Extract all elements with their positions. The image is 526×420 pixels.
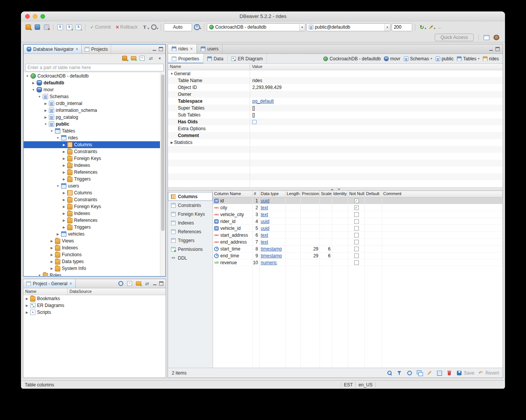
tree-item-tables[interactable]: ▼Tables — [24, 128, 160, 134]
column-header-datasource[interactable]: DataSource — [68, 288, 166, 295]
expand-arrow-icon[interactable]: ▶ — [62, 164, 66, 167]
breadcrumb-public[interactable]: public — [436, 56, 453, 61]
expand-arrow-icon[interactable]: ▶ — [62, 205, 66, 208]
property-row-table-name[interactable]: Table Namerides — [168, 77, 503, 84]
column-row-rider-id[interactable]: rider_id4uuid — [213, 218, 503, 225]
tree-item-defaultdb[interactable]: ▶defaultdb — [24, 79, 160, 86]
gear-icon[interactable] — [117, 279, 125, 288]
collapse-arrow-icon[interactable]: ▼ — [37, 274, 42, 276]
tab-project-general[interactable]: Project - General — [23, 279, 76, 288]
detail-tab-foreign-keys[interactable]: Foreign Keys — [168, 210, 213, 218]
zoom-window-button[interactable] — [40, 14, 45, 19]
has-oids-checkbox[interactable] — [252, 120, 257, 124]
tree-item-schemas[interactable]: ▼Schemas — [24, 93, 160, 100]
new-connection-icon[interactable] — [121, 54, 129, 62]
column-row-end-time[interactable]: end_time9timestamp296 — [213, 252, 503, 259]
data-type-link[interactable]: timestamp — [261, 246, 282, 252]
editor-tab-users[interactable]: users — [197, 44, 223, 53]
expand-arrow-icon[interactable]: ▶ — [62, 198, 66, 202]
column-header-precision[interactable]: Precision — [301, 191, 320, 197]
expand-arrow-icon[interactable]: ▶ — [25, 297, 29, 300]
tree-item-constraints[interactable]: ▶Constraints — [24, 148, 160, 155]
open-sql-script-icon[interactable] — [74, 23, 82, 31]
collapse-arrow-icon[interactable]: ▼ — [56, 136, 60, 140]
not-null-checkbox[interactable] — [354, 247, 359, 251]
tree-item-indexes[interactable]: ▶Indexes — [24, 210, 160, 217]
new-connection-folder-icon[interactable] — [129, 54, 137, 62]
edit-icon[interactable] — [426, 370, 433, 376]
column-row-id[interactable]: id1uuid — [213, 197, 503, 204]
property-row-sub-tables[interactable]: Sub Tables[] — [168, 111, 503, 118]
column-row-vehicle-id[interactable]: vehicle_id5uuid — [213, 225, 503, 232]
tree-item-data-types[interactable]: ▶Data types — [24, 258, 160, 265]
sash-up-icon[interactable] — [331, 189, 334, 190]
add-folder-icon[interactable] — [134, 279, 142, 288]
tree-item-indexes[interactable]: ▶Indexes — [24, 244, 160, 251]
column-header-length[interactable]: Length — [286, 191, 301, 197]
tree-item-vehicles[interactable]: ▶vehicles — [24, 231, 160, 237]
property-row-tablespace[interactable]: Tablespacepg_default — [168, 98, 503, 105]
expand-arrow-icon[interactable]: ▶ — [31, 81, 35, 85]
fetch-size-input[interactable] — [392, 23, 412, 31]
expand-arrow-icon[interactable]: ▶ — [25, 311, 29, 314]
tree-item-foreign-keys[interactable]: ▶Foreign Keys — [24, 203, 160, 210]
detail-tab-permissions[interactable]: Permissions — [168, 245, 213, 254]
tab-projects[interactable]: Projects — [82, 45, 111, 53]
combo-arrow-icon[interactable] — [384, 24, 390, 31]
data-type-link[interactable]: timestamp — [261, 253, 282, 258]
not-null-checkbox[interactable] — [354, 233, 359, 237]
tree-item-system-info[interactable]: ▶System Info — [24, 265, 160, 272]
tree-item-movr[interactable]: ▼movr — [24, 86, 160, 93]
detail-tab-columns[interactable]: Columns — [168, 192, 213, 201]
splitter[interactable] — [168, 187, 503, 191]
expand-arrow-icon[interactable]: ▶ — [62, 171, 66, 174]
tree-item-pg-catalog[interactable]: ▶pg_catalog — [24, 114, 160, 121]
sql-editor-icon[interactable] — [56, 23, 64, 31]
detail-tab-constraints[interactable]: Constraints — [168, 201, 213, 210]
transaction-log-dropdown[interactable] — [150, 23, 158, 31]
minimize-view-icon[interactable] — [152, 47, 157, 52]
panels-icon[interactable] — [416, 370, 423, 376]
dropdown-arrow-icon[interactable]: ▾ — [431, 57, 432, 60]
commit-button[interactable]: Commit — [88, 23, 113, 31]
table-search-input[interactable] — [25, 64, 164, 71]
quick-access-button[interactable]: Quick Access — [435, 34, 474, 41]
column-row-vehicle-city[interactable]: vehicle_city3text — [213, 211, 503, 218]
breadcrumb-schemas[interactable]: Schemas▾ — [404, 56, 432, 61]
tree-item-information-schema[interactable]: ▶information_schema — [24, 107, 160, 114]
expand-arrow-icon[interactable]: ▶ — [56, 233, 60, 236]
property-row-object-id[interactable]: Object ID2,293,998,429 — [168, 84, 503, 91]
revert-button[interactable]: Revert — [478, 370, 499, 376]
maximize-view-icon[interactable] — [158, 47, 164, 52]
tab-er-diagram[interactable]: ER Diagram — [228, 54, 267, 63]
tab-data[interactable]: Data — [203, 54, 228, 63]
expand-arrow-icon[interactable]: ▶ — [44, 116, 48, 119]
collapse-arrow-icon[interactable]: ▼ — [37, 95, 42, 99]
property-value-link[interactable]: pg_default — [252, 99, 274, 104]
expand-arrow-icon[interactable]: ▶ — [62, 157, 66, 160]
breadcrumb-movr[interactable]: movr — [384, 56, 400, 61]
expand-arrow-icon[interactable]: ▶ — [50, 253, 54, 257]
close-window-button[interactable] — [25, 14, 30, 19]
tree-item-indexes[interactable]: ▶Indexes — [24, 162, 160, 169]
combo-arrow-icon[interactable] — [299, 24, 305, 31]
collapse-arrow-icon[interactable]: ▼ — [31, 88, 35, 92]
sash-down-icon[interactable] — [337, 189, 340, 190]
tree-scrollbar[interactable] — [160, 73, 165, 276]
column-header-default[interactable]: Default — [365, 191, 382, 197]
view-menu-icon[interactable] — [156, 54, 164, 62]
property-group-row[interactable]: ▼General — [168, 70, 503, 77]
expand-arrow-icon[interactable]: ▶ — [25, 304, 29, 307]
column-header-column-name[interactable]: Column Name — [213, 191, 253, 197]
property-row-super-tables[interactable]: Super Tables[] — [168, 105, 503, 111]
tree-item-rides[interactable]: ▼rides — [24, 134, 160, 141]
column-row-city[interactable]: city2text — [213, 204, 503, 211]
expand-arrow-icon[interactable]: ▶ — [62, 143, 66, 147]
data-type-link[interactable]: uuid — [261, 198, 269, 204]
not-null-checkbox[interactable] — [354, 212, 359, 217]
editor-tab-rides[interactable]: rides — [168, 44, 197, 53]
data-type-link[interactable]: uuid — [261, 219, 269, 224]
column-header-not-null[interactable]: Not Null — [348, 191, 365, 197]
column-row-start-address[interactable]: start_address6text — [213, 232, 503, 239]
collapse-arrow-icon[interactable]: ▼ — [44, 123, 48, 126]
